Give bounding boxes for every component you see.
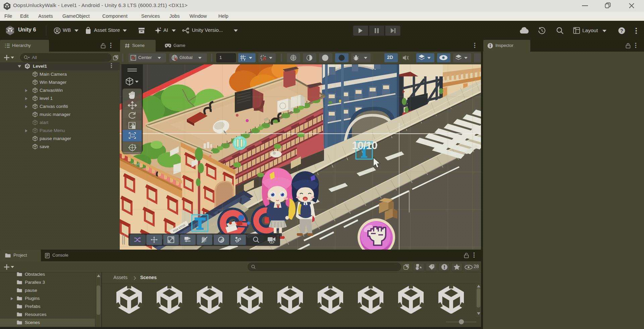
svg-text:10/10: 10/10: [352, 139, 377, 151]
svg-text:?: ?: [620, 28, 623, 34]
